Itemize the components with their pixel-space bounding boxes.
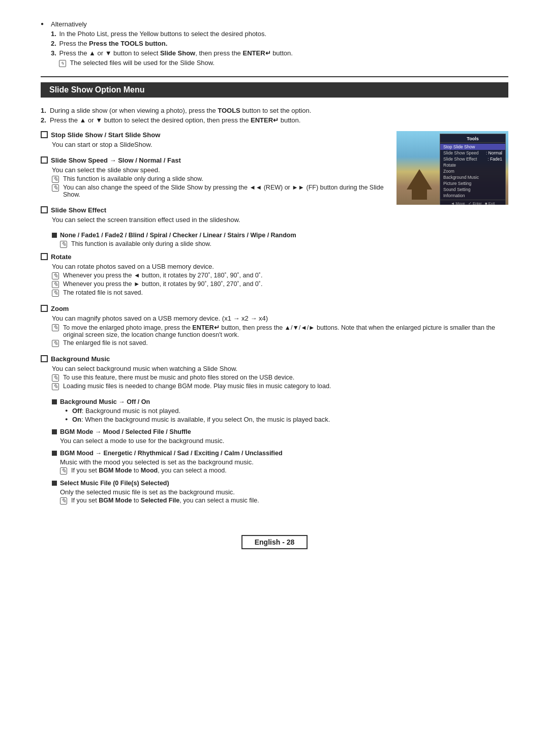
black-square-bgm-mood — [52, 451, 57, 456]
tools-footer: ◄ Move ✓ Enter ■ Exit — [440, 200, 505, 205]
bgm-off-on-list: Off: Background music is not played. On:… — [60, 407, 508, 423]
checkbox-icon-rotate — [41, 253, 48, 260]
subsection-effect-body: You can select the screen transition eff… — [41, 216, 508, 224]
bg-image: Tools Stop Slide Show Slide Show Speed: … — [396, 131, 508, 205]
zoom-note-2: ✎ The enlarged file is not saved. — [52, 339, 508, 347]
bgm-mood-note: ✎ If you set BGM Mode to Mood, you can s… — [60, 467, 508, 475]
rotate-note-3: ✎ The rotated file is not saved. — [52, 289, 508, 297]
subsection-stop-body: You can start or stop a SlideShow. — [41, 141, 386, 148]
bgm-note-2: ✎ Loading music files is needed to chang… — [52, 383, 508, 390]
intro-note-1: ✎ The selected files will be used for th… — [41, 59, 508, 67]
intro-step-1: 1. In the Photo List, press the Yellow b… — [41, 30, 508, 38]
note-icon: ✎ — [59, 60, 66, 67]
speed-note-2: ✎ You can also change the speed of the S… — [52, 184, 386, 198]
subsection-bgm-body: You can select background music when wat… — [41, 365, 508, 390]
bgm-mode-title: BGM Mode → Mood / Selected File / Shuffl… — [52, 428, 508, 435]
select-music-title: Select Music File (0 File(s) Selected) — [52, 480, 508, 487]
intro-bullet-1: Alternatively — [41, 20, 508, 28]
zoom-note-1: ✎ To move the enlarged photo image, pres… — [52, 324, 508, 338]
subsection-stop-slide-show: Stop Slide Show / Start Slide Show You c… — [41, 131, 386, 148]
subsection-rotate: Rotate You can rotate photos saved on a … — [41, 253, 508, 297]
tools-row-sound: Sound Setting — [440, 186, 505, 193]
black-square-select-music — [52, 481, 57, 486]
effect-black-bullet: None / Fade1 / Fade2 / Blind / Spiral / … — [41, 232, 508, 248]
checkbox-icon-zoom — [41, 305, 48, 312]
black-square-effect — [52, 233, 57, 238]
subsection-bgm-title: Background Music — [41, 355, 508, 363]
effect-note: ✎ This function is available only during… — [60, 240, 508, 248]
subsection-rotate-title: Rotate — [41, 253, 508, 261]
section-step-1: 1. During a slide show (or when viewing … — [41, 107, 508, 114]
page-number-box: English - 28 — [241, 535, 308, 549]
subsection-effect: Slide Show Effect You can select the scr… — [41, 206, 508, 224]
bgm-note-1: ✎ To use this feature, there must be mus… — [52, 374, 508, 382]
bgm-mode-body: You can select a mode to use for the bac… — [52, 437, 508, 445]
subsection-zoom-body: You can magnify photos saved on a USB me… — [41, 314, 508, 347]
tools-row-speed: Slide Show Speed: Normal — [440, 150, 505, 156]
select-music-body: Only the selected music file is set as t… — [52, 488, 508, 505]
section-step-2: 2. Press the ▲ or ▼ button to select the… — [41, 116, 508, 124]
effect-none-body: ✎ This function is available only during… — [52, 240, 508, 248]
tools-row-picture: Picture Setting — [440, 180, 505, 186]
select-music-note: ✎ If you set BGM Mode to Selected File, … — [60, 497, 508, 505]
subsection-effect-title: Slide Show Effect — [41, 206, 508, 214]
tools-outer: Tools Stop Slide Show Slide Show Speed: … — [41, 131, 508, 198]
subsection-speed: Slide Show Speed → Slow / Normal / Fast … — [41, 156, 386, 198]
black-square-bgm-mode — [52, 429, 57, 434]
hut-base — [412, 187, 427, 200]
tools-row-rotate: Rotate — [440, 162, 505, 168]
tools-row-zoom: Zoom — [440, 168, 505, 174]
bgm-mood-title: BGM Mood → Energetic / Rhythmical / Sad … — [52, 450, 508, 457]
tools-panel: Tools Stop Slide Show Slide Show Speed: … — [396, 131, 508, 205]
rotate-note-1: ✎ Whenever you press the ◄ button, it ro… — [52, 272, 508, 279]
tools-row-effect: Slide Show Effect: Fade1 — [440, 156, 505, 162]
black-square-bgm-off-on — [52, 399, 57, 404]
section-title: Slide Show Option Menu — [41, 82, 508, 98]
bgm-off-on-title: Background Music → Off / On — [52, 398, 508, 405]
effect-none-title: None / Fade1 / Fade2 / Blind / Spiral / … — [52, 232, 508, 239]
tools-row-bgm: Background Music — [440, 174, 505, 180]
bgm-mood-body: Music with the mood you selected is set … — [52, 458, 508, 475]
section-intro-steps: 1. During a slide show (or when viewing … — [41, 107, 508, 124]
tools-image: Tools Stop Slide Show Slide Show Speed: … — [396, 131, 508, 205]
page-footer: English - 28 — [41, 535, 508, 549]
tools-overlay: Tools Stop Slide Show Slide Show Speed: … — [440, 134, 506, 205]
bgm-mode-section: BGM Mode → Mood / Selected File / Shuffl… — [41, 428, 508, 445]
select-music-section: Select Music File (0 File(s) Selected) O… — [41, 480, 508, 505]
subsection-speed-title: Slide Show Speed → Slow / Normal / Fast — [41, 156, 386, 164]
bgm-on-item: On: When the background music is availab… — [65, 416, 508, 423]
rotate-note-2: ✎ Whenever you press the ► button, it ro… — [52, 280, 508, 288]
bgm-off-item: Off: Background music is not played. — [65, 407, 508, 415]
tools-panel-title: Tools — [440, 136, 505, 143]
section-header: Slide Show Option Menu — [41, 76, 508, 98]
tools-row-info: Information — [440, 193, 505, 199]
hut-shape — [407, 169, 432, 190]
section-rule — [41, 76, 508, 77]
subsection-zoom-title: Zoom — [41, 305, 508, 312]
intro-step-3: 3. Press the ▲ or ▼ button to select Sli… — [41, 49, 508, 57]
subsection-rotate-body: You can rotate photos saved on a USB mem… — [41, 263, 508, 297]
checkbox-icon-effect — [41, 206, 48, 213]
checkbox-icon-bgm — [41, 355, 48, 362]
speed-note-1: ✎ This function is available only during… — [52, 175, 386, 183]
bgm-off-on-section: Background Music → Off / On Off: Backgro… — [41, 398, 508, 423]
bgm-off-on-body: Off: Background music is not played. On:… — [52, 407, 508, 423]
tools-row-stop: Stop Slide Show — [440, 144, 505, 150]
subsection-stop-title: Stop Slide Show / Start Slide Show — [41, 131, 386, 139]
subsection-speed-body: You can select the slide show speed. ✎ T… — [41, 166, 386, 198]
intro-list: Alternatively 1. In the Photo List, pres… — [41, 20, 508, 67]
bgm-mood-section: BGM Mood → Energetic / Rhythmical / Sad … — [41, 450, 508, 475]
intro-step-2: 2. Press the Press the TOOLS button. — [41, 40, 508, 47]
checkbox-icon-stop — [41, 131, 48, 138]
subsection-zoom: Zoom You can magnify photos saved on a U… — [41, 305, 508, 347]
subsection-bgm: Background Music You can select backgrou… — [41, 355, 508, 390]
checkbox-icon-speed — [41, 156, 48, 164]
